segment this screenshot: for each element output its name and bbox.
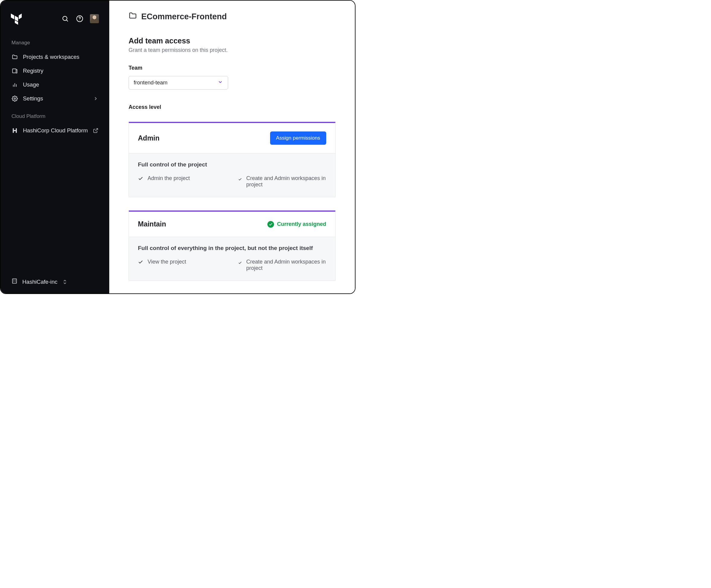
- svg-point-4: [63, 16, 67, 21]
- svg-marker-0: [11, 14, 14, 19]
- chevron-updown-icon: [62, 279, 68, 285]
- perm-text: View the project: [148, 259, 186, 265]
- perm-list: Admin the project Create and Admin works…: [138, 175, 326, 188]
- registry-icon: [12, 68, 18, 74]
- svg-point-7: [79, 20, 80, 21]
- card-body: Full control of the project Admin the pr…: [129, 153, 335, 197]
- org-name: HashiCafe-inc: [22, 279, 57, 285]
- bars-icon: [12, 82, 18, 88]
- sidebar-item-projects[interactable]: Projects & workspaces: [1, 50, 109, 64]
- sidebar-item-label: Settings: [23, 95, 88, 102]
- card-head: Admin Assign permissions: [129, 123, 335, 153]
- main-content: ECommerce-Frontend Add team access Grant…: [109, 1, 355, 293]
- team-select[interactable]: frontend-team: [129, 76, 228, 90]
- perm-text: Create and Admin workspaces in project: [246, 175, 326, 188]
- org-switcher[interactable]: HashiCafe-inc: [1, 272, 109, 293]
- svg-line-16: [95, 129, 98, 131]
- card-head: Maintain Currently assigned: [129, 212, 335, 237]
- sidebar-item-label: Usage: [23, 82, 39, 88]
- gear-icon: [12, 95, 18, 102]
- svg-rect-13: [13, 129, 14, 133]
- assigned-label: Currently assigned: [277, 221, 326, 227]
- access-level-name: Admin: [138, 134, 270, 142]
- access-description: Full control of the project: [138, 161, 326, 168]
- sidebar-item-hcp[interactable]: HashiCorp Cloud Platform: [1, 123, 109, 137]
- check-circle-icon: [267, 221, 274, 228]
- svg-rect-15: [14, 130, 16, 131]
- perm-item: Create and Admin workspaces in project: [238, 259, 326, 271]
- folder-icon: [129, 12, 137, 22]
- external-link-icon: [93, 128, 99, 133]
- nav-section-cloud: Cloud Platform: [1, 106, 109, 123]
- card-body: Full control of everything in the projec…: [129, 237, 335, 280]
- sidebar-item-usage[interactable]: Usage: [1, 78, 109, 92]
- currently-assigned-badge: Currently assigned: [267, 221, 326, 228]
- sidebar-top: [1, 1, 109, 28]
- perm-text: Admin the project: [148, 175, 190, 182]
- team-select-value: frontend-team: [134, 80, 218, 86]
- building-icon: [12, 278, 18, 286]
- chevron-right-icon: [93, 96, 99, 101]
- folder-icon: [12, 54, 18, 60]
- access-description: Full control of everything in the projec…: [138, 245, 326, 251]
- page-subtitle: Grant a team permissions on this project…: [129, 47, 336, 53]
- perm-list: View the project Create and Admin worksp…: [138, 259, 326, 271]
- access-card-maintain: Maintain Currently assigned Full control…: [129, 210, 336, 281]
- perm-item: Admin the project: [138, 175, 226, 188]
- nav-section-manage: Manage: [1, 28, 109, 50]
- svg-marker-2: [19, 14, 22, 19]
- chevron-down-icon: [218, 79, 223, 86]
- help-icon[interactable]: [76, 15, 84, 23]
- sidebar: Manage Projects & workspaces Registry Us…: [1, 1, 109, 293]
- perm-item: Create and Admin workspaces in project: [238, 175, 326, 188]
- perm-text: Create and Admin workspaces in project: [246, 259, 326, 271]
- svg-point-12: [14, 98, 16, 99]
- svg-rect-17: [13, 279, 16, 284]
- sidebar-item-label: Projects & workspaces: [23, 54, 79, 60]
- check-icon: [138, 259, 143, 266]
- avatar[interactable]: [90, 14, 99, 23]
- check-icon: [138, 176, 143, 183]
- search-icon[interactable]: [61, 15, 69, 23]
- access-card-admin: Admin Assign permissions Full control of…: [129, 122, 336, 197]
- assign-permissions-button[interactable]: Assign permissions: [270, 132, 326, 145]
- sidebar-item-registry[interactable]: Registry: [1, 64, 109, 78]
- sidebar-item-settings[interactable]: Settings: [1, 92, 109, 106]
- check-icon: [238, 259, 242, 266]
- hashicorp-icon: [12, 127, 18, 134]
- sidebar-item-label: HashiCorp Cloud Platform: [23, 127, 88, 134]
- page-title: Add team access: [129, 37, 336, 45]
- access-level-name: Maintain: [138, 220, 267, 228]
- project-header: ECommerce-Frontend: [129, 12, 336, 22]
- svg-rect-8: [13, 69, 16, 73]
- perm-item: View the project: [138, 259, 226, 271]
- sidebar-item-label: Registry: [23, 68, 43, 74]
- check-icon: [238, 176, 242, 183]
- terraform-logo: [11, 13, 22, 25]
- project-name: ECommerce-Frontend: [141, 12, 227, 21]
- access-level-label: Access level: [129, 104, 336, 110]
- team-field-label: Team: [129, 65, 336, 71]
- svg-line-5: [67, 20, 68, 22]
- svg-rect-14: [16, 129, 17, 133]
